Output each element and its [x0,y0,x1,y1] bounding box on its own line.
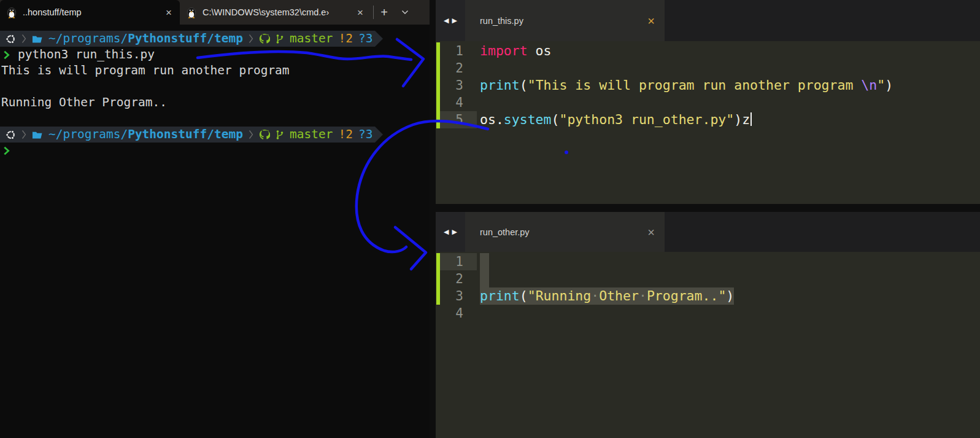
code-text: os.system("python3 run_other.py")z [480,111,752,128]
tab-title: C:\WINDOWS\system32\cmd.e› [203,7,350,17]
code-text: print("Running·Other·Program..") [480,287,734,305]
terminal-blank-line [0,79,430,95]
git-modified-count: !2 [338,31,352,47]
code-line[interactable]: 3print("This is will program run another… [436,77,980,94]
terminal-output: Running Other Program.. [0,95,430,111]
code-line[interactable]: 4 [436,94,980,111]
code-line[interactable]: 2 [436,60,980,77]
code-line[interactable]: 5os.system("python3 run_other.py")z [436,111,980,128]
code-text [480,253,489,270]
prompt-caret-icon [3,50,10,60]
github-icon [259,33,270,44]
new-tab-button[interactable]: + [374,0,395,25]
terminal-output: This is will program run another program [0,63,430,79]
git-branch-icon [276,34,284,44]
line-number: 4 [440,305,477,322]
line-number: 2 [440,270,477,287]
prompt-line: ~/programs/Pythonstuff/temp master !2 ?3 [0,31,375,47]
nav-forward-icon[interactable]: ▶ [452,17,457,25]
chevron-down-icon [401,10,409,15]
git-branch-name: master [290,31,333,47]
terminal-tab-active[interactable]: ..honstuff/temp × [0,0,180,25]
terminal-tab-inactive[interactable]: C:\WINDOWS\system32\cmd.e› × [180,0,371,25]
close-icon[interactable]: × [647,226,655,238]
line-number: 4 [440,94,477,111]
nav-forward-icon[interactable]: ▶ [452,228,457,236]
terminal-tab-bar: ..honstuff/temp × C:\WINDOWS\system32\cm… [0,0,430,25]
prompt-line: ~/programs/Pythonstuff/temp master !2 ?3 [0,127,375,143]
nav-back-icon[interactable]: ◀ [444,228,449,236]
folder-icon [32,130,43,139]
code-rows: 1import os23print("This is will program … [436,42,980,128]
editor-tab[interactable]: run_other.py × [465,212,665,252]
close-icon[interactable]: × [647,15,655,27]
text-cursor [750,112,752,126]
editor-nav: ◀ ▶ [436,0,465,41]
editor-nav: ◀ ▶ [436,212,465,252]
line-number: 3 [440,287,477,305]
cwd-path: ~/programs/ [48,31,128,45]
terminal-blank-line [0,111,430,127]
line-number: 5 [440,111,477,128]
line-number: 1 [440,42,477,60]
tux-icon [186,6,197,18]
git-branch-icon [276,130,284,140]
selection-block [480,253,489,270]
code-text [480,270,489,287]
git-branch-name: master [290,127,333,143]
close-icon[interactable]: × [164,7,174,18]
selection-block [480,270,489,287]
git-untracked-count: ?3 [358,127,372,143]
code-rows: 123print("Running·Other·Program..")4 [436,253,980,322]
terminal-body: ~/programs/Pythonstuff/temp master !2 ?3… [0,25,430,158]
editor-header: ◀ ▶ run_this.py × [436,0,980,41]
ubuntu-icon [6,34,16,44]
cwd-path: ~/programs/ [48,127,128,141]
code-line[interactable]: 2 [436,270,980,287]
terminal-command: python3 run_this.py [18,47,155,63]
tab-dropdown-button[interactable] [395,0,415,25]
git-untracked-count: ?3 [358,31,372,47]
prompt-caret-icon [3,146,10,156]
tux-icon [6,6,17,18]
editor-tab[interactable]: run_this.py × [465,0,665,41]
code-line[interactable]: 4 [436,305,980,322]
ubuntu-icon [6,130,16,140]
editor-pane-top: ◀ ▶ run_this.py × 1import os23print("Thi… [436,0,980,204]
line-number: 2 [440,60,477,77]
screenshot-stage: ..honstuff/temp × C:\WINDOWS\system32\cm… [0,0,980,438]
code-text: import os [480,42,552,60]
separator-chevron-icon [249,130,253,139]
folder-icon [32,34,43,44]
editor-header: ◀ ▶ run_other.py × [436,212,980,252]
line-number: 3 [440,77,477,94]
tab-title: run_other.py [480,227,530,237]
editor-area: ◀ ▶ run_this.py × 1import os23print("Thi… [430,0,980,438]
editor-pane-bottom: ◀ ▶ run_other.py × 123print("Running·Oth… [436,212,980,438]
code-line[interactable]: 1import os [436,42,980,60]
code-line[interactable]: 3print("Running·Other·Program..") [436,287,980,305]
code-line[interactable]: 1 [436,253,980,270]
terminal-pane: ..honstuff/temp × C:\WINDOWS\system32\cm… [0,0,430,438]
tab-title: ..honstuff/temp [23,7,158,17]
editor-content[interactable]: 123print("Running·Other·Program..")4 [436,252,980,438]
code-text: print("This is will program run another … [480,77,893,94]
nav-back-icon[interactable]: ◀ [444,17,449,25]
cwd-path-anchor: Pythonstuff/temp [128,127,243,141]
separator-chevron-icon [21,130,26,139]
git-modified-count: !2 [338,127,352,143]
line-number: 1 [440,253,477,270]
tab-title: run_this.py [480,16,523,26]
cwd-path-anchor: Pythonstuff/temp [128,31,243,45]
editor-content[interactable]: 1import os23print("This is will program … [436,41,980,204]
close-icon[interactable]: × [355,7,365,18]
separator-chevron-icon [21,34,26,44]
github-icon [259,129,270,140]
separator-chevron-icon [249,34,253,44]
